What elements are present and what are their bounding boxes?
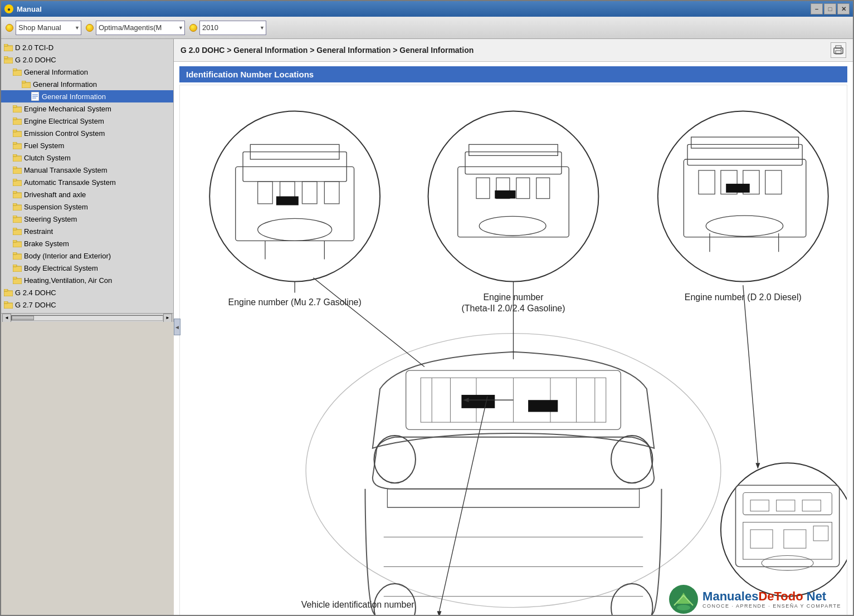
svg-point-50 <box>841 49 842 50</box>
sidebar-item-heating[interactable]: Heating,Ventilation, Air Con <box>1 274 173 286</box>
minimize-button[interactable]: – <box>811 3 823 14</box>
sidebar-item-label-heat: Heating,Ventilation, Air Con <box>24 276 112 285</box>
sidebar-item-engine-elec[interactable]: Engine Electrical System <box>1 115 173 127</box>
svg-rect-3 <box>4 56 8 58</box>
vin-label: Vehicle identification number <box>301 600 415 609</box>
sidebar-item-label-ecs: Emission Control System <box>24 129 105 138</box>
scroll-right-arrow-icon[interactable]: ► <box>163 314 172 322</box>
svg-rect-22 <box>13 154 17 157</box>
sidebar-item-general-info-2[interactable]: General Information <box>1 78 173 90</box>
svg-rect-98 <box>528 400 558 412</box>
watermark-main-text: ManualesDeTodo Net <box>702 590 841 603</box>
svg-rect-18 <box>13 130 17 132</box>
sidebar-item-label-susp: Suspension System <box>24 203 88 211</box>
sidebar-item-body-int-ext[interactable]: Body (Interior and Exterior) <box>1 250 173 262</box>
svg-rect-34 <box>13 228 17 230</box>
scrollbar-thumb-h[interactable] <box>12 316 34 320</box>
sidebar-item-body-elec[interactable]: Body Electrical System <box>1 262 173 274</box>
shop-manual-selector: Shop Manual Owner's Manual ▼ <box>6 21 81 35</box>
model-dot <box>86 24 94 32</box>
scroll-left-arrow-icon[interactable]: ◄ <box>2 314 11 322</box>
sidebar-item-label-brake: Brake System <box>24 239 69 248</box>
watermark-manuales: Manuales <box>702 589 758 603</box>
sidebar-item-clutch[interactable]: Clutch System <box>1 151 173 164</box>
sidebar-item-general-info-3[interactable]: General Information <box>1 90 173 102</box>
folder-icon-steer <box>12 214 22 223</box>
watermark-detodo: DeTodo <box>758 589 803 603</box>
sidebar-item-suspension[interactable]: Suspension System <box>1 201 173 213</box>
svg-rect-16 <box>13 118 17 120</box>
svg-rect-63 <box>276 196 299 205</box>
shop-manual-select[interactable]: Shop Manual Owner's Manual <box>16 21 81 35</box>
sidebar-item-label-bie: Body (Interior and Exterior) <box>24 252 111 260</box>
section-header-text: Identification Number Locations <box>186 70 314 79</box>
svg-rect-86 <box>726 184 750 193</box>
folder-icon-ee <box>12 116 22 125</box>
folder-open-icon-gi1 <box>12 67 22 76</box>
sidebar-item-label-g27: G 2.7 DOHC <box>15 301 56 309</box>
window-title: Manual <box>17 5 42 13</box>
title-bar: ● Manual – □ ✕ <box>1 1 853 17</box>
breadcrumb-text: G 2.0 DOHC > General Information > Gener… <box>180 46 474 55</box>
folder-icon-rest <box>12 227 22 236</box>
watermark: ManualesDeTodo Net CONOCE · APRENDE · EN… <box>668 584 841 615</box>
sidebar-item-manual-transaxle[interactable]: Manual Transaxle System <box>1 164 173 176</box>
title-bar-left: ● Manual <box>4 4 42 13</box>
svg-rect-8 <box>22 81 26 83</box>
svg-rect-74 <box>495 190 515 199</box>
section-header: Identification Number Locations <box>179 66 847 82</box>
sidebar-item-brake[interactable]: Brake System <box>1 237 173 250</box>
folder-icon-clutch <box>12 153 22 162</box>
sidebar-item-auto-transaxle[interactable]: Automatic Transaxle System <box>1 176 173 188</box>
folder-icon-g24 <box>3 288 13 297</box>
sidebar-item-g24-dohc[interactable]: G 2.4 DOHC <box>1 286 173 299</box>
watermark-logo-icon <box>668 584 699 615</box>
sidebar-item-driveshaft[interactable]: Driveshaft and axle <box>1 188 173 201</box>
sidebar-item-restraint[interactable]: Restraint <box>1 225 173 237</box>
model-wrapper: Optima/Magentis(M ▼ <box>96 21 185 35</box>
sidebar-item-g27-dohc[interactable]: G 2.7 DOHC <box>1 299 173 311</box>
app-icon: ● <box>4 4 13 13</box>
sidebar-item-label-gi2: General Information <box>33 80 97 89</box>
folder-icon-fuel <box>12 141 22 150</box>
watermark-sub-text: CONOCE · APRENDE · ENSEÑA Y COMPARTE <box>702 603 841 609</box>
sidebar-item-label-clutch: Clutch System <box>24 154 71 162</box>
svg-rect-44 <box>4 289 8 291</box>
sidebar: D 2.0 TCI-D G 2.0 DOHC <box>1 39 174 322</box>
sidebar-item-label-at: Automatic Transaxle System <box>24 178 116 187</box>
sidebar-scrollbar-h: ◄ ► <box>1 313 173 322</box>
print-button[interactable] <box>831 42 846 58</box>
sidebar-item-steering[interactable]: Steering System <box>1 213 173 225</box>
svg-rect-42 <box>13 277 17 279</box>
svg-rect-46 <box>4 301 8 304</box>
year-selector: 2010 2009 2008 ▼ <box>189 21 266 35</box>
folder-icon-em <box>12 104 22 113</box>
sidebar-item-d20-tcid[interactable]: D 2.0 TCI-D <box>1 41 173 53</box>
svg-point-128 <box>677 605 690 610</box>
folder-icon-susp <box>12 202 22 211</box>
sidebar-item-label-gi1: General Information <box>24 68 88 76</box>
svg-rect-1 <box>4 44 8 46</box>
maximize-button[interactable]: □ <box>824 3 836 14</box>
close-button[interactable]: ✕ <box>837 3 850 14</box>
folder-icon-ds <box>12 190 22 199</box>
sidebar-item-emission[interactable]: Emission Control System <box>1 127 173 139</box>
sidebar-item-engine-mech[interactable]: Engine Mechanical System <box>1 102 173 115</box>
model-select[interactable]: Optima/Magentis(M <box>96 21 185 35</box>
sidebar-item-label-steer: Steering System <box>24 215 77 223</box>
sidebar-item-label-ee: Engine Electrical System <box>24 117 104 125</box>
folder-icon-ecs <box>12 129 22 138</box>
content-scroll[interactable]: Engine number (Mu 2.7 Gasoline) <box>174 85 853 615</box>
folder-icon-bie <box>12 251 22 260</box>
folder-icon-mt <box>12 165 22 174</box>
year-select[interactable]: 2010 2009 2008 <box>199 21 266 35</box>
sidebar-item-general-info-1[interactable]: General Information <box>1 66 173 78</box>
sidebar-item-fuel[interactable]: Fuel System <box>1 139 173 151</box>
folder-open-icon-gi2 <box>21 80 31 89</box>
folder-icon-at <box>12 178 22 187</box>
sidebar-toggle-button[interactable]: ◄ <box>174 319 180 335</box>
year-dot <box>189 24 197 32</box>
sidebar-item-g20-dohc[interactable]: G 2.0 DOHC <box>1 53 173 66</box>
sidebar-tree[interactable]: D 2.0 TCI-D G 2.0 DOHC <box>1 39 173 313</box>
sidebar-wrapper: D 2.0 TCI-D G 2.0 DOHC <box>1 39 174 615</box>
